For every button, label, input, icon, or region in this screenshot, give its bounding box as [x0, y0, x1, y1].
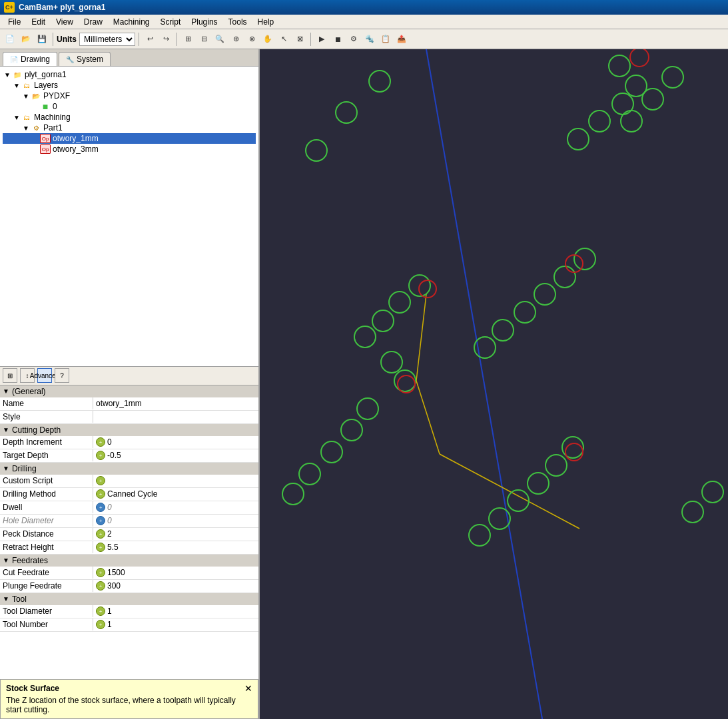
- expander-part1[interactable]: ▼: [21, 123, 31, 132]
- expander-pydxf[interactable]: ▼: [21, 91, 31, 101]
- prop-hole-diameter-label: Hole Diameter: [0, 515, 93, 527]
- toggle-tool: ▼: [3, 595, 9, 602]
- prop-dwell-value[interactable]: + 0: [93, 501, 258, 513]
- grid-btn[interactable]: ⊞: [181, 32, 195, 47]
- prop-drilling-method-label: Drilling Method: [0, 488, 93, 500]
- prop-style-value[interactable]: [93, 415, 258, 418]
- prop-style-label: Style: [0, 411, 93, 423]
- svg-point-42: [398, 375, 415, 393]
- expander-root[interactable]: ▼: [3, 70, 12, 79]
- depth-increment-icon: +: [96, 437, 105, 447]
- menu-tools[interactable]: Tools: [223, 16, 252, 28]
- open-button[interactable]: 📂: [19, 32, 33, 47]
- menu-plugins[interactable]: Plugins: [186, 16, 222, 28]
- select-btn[interactable]: ↖: [276, 32, 291, 47]
- tree-op2[interactable]: ▷ Op otwory_3mm: [3, 144, 256, 154]
- op-icon-1: Op: [40, 134, 51, 143]
- prop-drilling-method-row: Drilling Method + Canned Cycle: [0, 488, 258, 501]
- canvas-area[interactable]: [260, 49, 728, 719]
- prop-custom-script-value[interactable]: +: [93, 475, 258, 487]
- pan-btn[interactable]: ✋: [260, 32, 275, 47]
- op-icon-2: Op: [40, 144, 51, 154]
- tooltip-title: Stock Surface: [6, 684, 252, 693]
- svg-point-35: [508, 490, 529, 511]
- stop-btn[interactable]: ⏹: [330, 32, 345, 47]
- menu-draw[interactable]: Draw: [79, 16, 108, 28]
- zoom-btn[interactable]: 🔍: [212, 32, 227, 47]
- tree-root[interactable]: ▼ 📁 plyt_gorna1: [3, 69, 256, 80]
- prop-tool-diameter-label: Tool Diameter: [0, 605, 93, 617]
- expander-machining[interactable]: ▼: [12, 113, 21, 122]
- snap-btn[interactable]: ⊟: [196, 32, 211, 47]
- section-feedrates[interactable]: ▼ Feedrates: [0, 555, 258, 567]
- tree-layers[interactable]: ▼ 🗂 Layers: [3, 80, 256, 91]
- tree-machining[interactable]: ▼ 🗂 Machining: [3, 112, 256, 122]
- section-drilling[interactable]: ▼ Drilling: [0, 463, 258, 475]
- prop-plunge-feedrate-label: Plunge Feedrate: [0, 580, 93, 592]
- prop-retract-height-row: Retract Height + 5.5: [0, 541, 258, 555]
- tab-system[interactable]: 🔧System: [59, 52, 111, 66]
- tooltip-close-button[interactable]: ✕: [244, 684, 252, 693]
- menu-help[interactable]: Help: [252, 16, 280, 28]
- tab-drawing[interactable]: 📄Drawing: [3, 52, 57, 66]
- menu-view[interactable]: View: [51, 16, 79, 28]
- export-btn[interactable]: 📤: [394, 32, 409, 47]
- tree-zero[interactable]: ▷ ■ 0: [3, 101, 256, 112]
- expander-layers[interactable]: ▼: [12, 81, 21, 90]
- svg-point-33: [546, 455, 567, 476]
- prop-tool-number-value[interactable]: + 1: [93, 618, 258, 630]
- prop-name-label: Name: [0, 397, 93, 409]
- svg-point-41: [419, 280, 436, 298]
- prop-name-value[interactable]: otwory_1mm: [93, 397, 258, 409]
- tree-pydxf[interactable]: ▼ 📂 PYDXF: [3, 91, 256, 101]
- new-button[interactable]: 📄: [3, 32, 17, 47]
- menu-edit[interactable]: Edit: [26, 16, 51, 28]
- undo-button[interactable]: ↩: [143, 32, 157, 47]
- props-sort-btn[interactable]: ⊞: [3, 368, 17, 383]
- props-help-btn[interactable]: ?: [55, 368, 69, 383]
- svg-point-25: [492, 320, 514, 341]
- save-button[interactable]: 💾: [35, 32, 49, 47]
- prop-target-depth-value[interactable]: + -0.5: [93, 449, 258, 461]
- tree-op1[interactable]: ▷ Op otwory_1mm: [3, 133, 256, 144]
- layer-btn[interactable]: 📋: [378, 32, 393, 47]
- cam-btn[interactable]: 🔩: [362, 32, 377, 47]
- section-general[interactable]: ▼ (General): [0, 385, 258, 397]
- prop-peck-distance-label: Peck Distance: [0, 528, 93, 540]
- prop-cut-feedrate-value[interactable]: + 1500: [93, 567, 258, 579]
- menu-file[interactable]: File: [3, 16, 26, 28]
- tree-part1[interactable]: ▼ ⚙ Part1: [3, 122, 256, 133]
- zoom-all-btn[interactable]: ⊗: [244, 32, 259, 47]
- run-btn[interactable]: ▶: [314, 32, 329, 47]
- svg-point-5: [336, 102, 357, 123]
- section-cutting-depth[interactable]: ▼ Cutting Depth: [0, 424, 258, 436]
- menubar: File Edit View Draw Machining Script Plu…: [0, 15, 728, 29]
- plunge-feedrate-icon: +: [96, 581, 105, 591]
- redo-button[interactable]: ↪: [159, 32, 173, 47]
- zoom-fit-btn[interactable]: ⊕: [228, 32, 243, 47]
- prop-tool-diameter-value[interactable]: + 1: [93, 605, 258, 617]
- target-depth-icon: +: [96, 451, 105, 460]
- svg-point-38: [702, 481, 723, 503]
- prop-target-depth-label: Target Depth: [0, 449, 93, 461]
- toggle-cutting-depth: ▼: [3, 426, 9, 433]
- prop-hole-diameter-row: Hole Diameter + 0: [0, 515, 258, 528]
- section-tool[interactable]: ▼ Tool: [0, 593, 258, 605]
- prop-retract-height-value[interactable]: + 5.5: [93, 541, 258, 553]
- menu-machining[interactable]: Machining: [108, 16, 155, 28]
- sep2: [139, 33, 139, 46]
- menu-script[interactable]: Script: [155, 16, 186, 28]
- tooltip-header: ✕ Stock Surface: [6, 684, 252, 693]
- prop-depth-increment-value[interactable]: + 0: [93, 436, 258, 448]
- prop-plunge-feedrate-value[interactable]: + 300: [93, 580, 258, 592]
- tooltip-box: ✕ Stock Surface The Z location of the st…: [0, 679, 258, 719]
- prop-tool-number-row: Tool Number + 1: [0, 618, 258, 632]
- tooltip-text: The Z location of the stock surface, whe…: [6, 696, 252, 714]
- prop-drilling-method-value[interactable]: + Canned Cycle: [93, 488, 258, 500]
- units-dropdown[interactable]: Millimeters Inches: [79, 33, 135, 46]
- prop-hole-diameter-value[interactable]: + 0: [93, 515, 258, 527]
- move-btn[interactable]: ⊠: [292, 32, 307, 47]
- prop-peck-distance-value[interactable]: + 2: [93, 528, 258, 540]
- props-advanced-btn[interactable]: Advanced: [37, 368, 52, 383]
- config-btn[interactable]: ⚙: [346, 32, 361, 47]
